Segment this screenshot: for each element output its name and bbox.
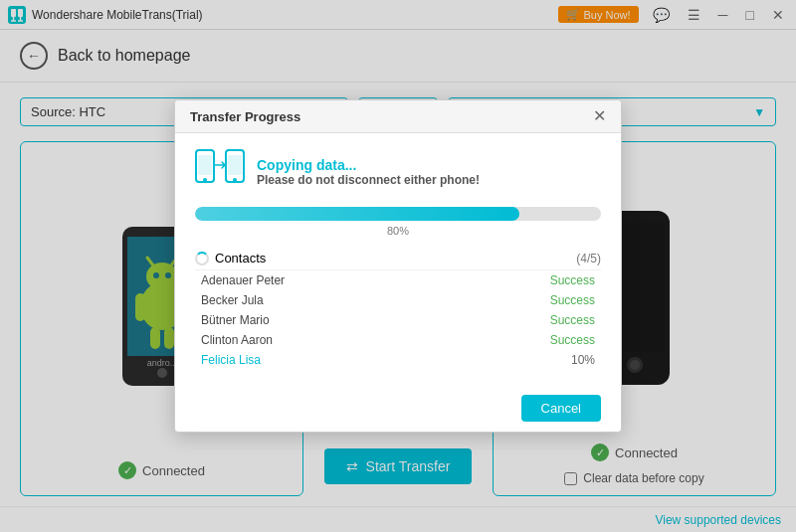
transfer-dialog: Transfer Progress ✕ — [174, 99, 622, 433]
dialog-body: Copying data... Please do not disconnect… — [175, 133, 621, 385]
transfer-item-row: Bütner MarioSuccess — [195, 310, 601, 330]
dialog-footer: Cancel — [175, 385, 621, 432]
contacts-count: (4/5) — [576, 252, 601, 266]
dialog-close-button[interactable]: ✕ — [593, 108, 606, 124]
transfer-item-status: 10% — [571, 353, 595, 367]
transfer-item-name: Bütner Mario — [201, 313, 270, 327]
contacts-spinner — [195, 252, 209, 266]
transfer-item-row: Clinton AaronSuccess — [195, 330, 601, 350]
transfer-item-row: Becker JulaSuccess — [195, 290, 601, 310]
transfer-item-name: Adenauer Peter — [201, 273, 285, 287]
transfer-item-status: Success — [550, 293, 595, 307]
modal-overlay: Transfer Progress ✕ — [0, 0, 796, 532]
transfer-item-row: Felicia Lisa10% — [195, 350, 601, 370]
progress-bar-fill — [195, 207, 519, 221]
transfer-item-status: Success — [550, 333, 595, 347]
copying-text: Copying data... Please do not disconnect… — [257, 157, 480, 187]
copying-subtitle: Please do not disconnect either phone! — [257, 173, 480, 187]
transfer-item-name: Felicia Lisa — [201, 353, 261, 367]
progress-label: 80% — [195, 225, 601, 237]
transfer-items-list: Adenauer PeterSuccessBecker JulaSuccessB… — [195, 270, 601, 370]
phone-transfer-icon — [195, 148, 245, 195]
contacts-row: Contacts (4/5) — [195, 247, 601, 270]
dialog-header: Transfer Progress ✕ — [175, 100, 621, 133]
contacts-label-area: Contacts — [195, 251, 266, 266]
copying-status: Copying data... Please do not disconnect… — [195, 148, 601, 195]
transfer-item-row: Adenauer PeterSuccess — [195, 270, 601, 290]
progress-bar-container — [195, 207, 601, 221]
transfer-item-status: Success — [550, 273, 595, 287]
transfer-item-status: Success — [550, 313, 595, 327]
svg-rect-27 — [198, 155, 212, 175]
svg-point-28 — [203, 178, 207, 182]
transfer-item-name: Clinton Aaron — [201, 333, 273, 347]
copying-title: Copying data... — [257, 157, 480, 173]
cancel-button[interactable]: Cancel — [521, 395, 601, 422]
dialog-title: Transfer Progress — [190, 109, 300, 124]
contacts-label: Contacts — [215, 251, 266, 266]
svg-point-31 — [233, 178, 237, 182]
svg-rect-30 — [228, 155, 242, 175]
transfer-item-name: Becker Jula — [201, 293, 264, 307]
